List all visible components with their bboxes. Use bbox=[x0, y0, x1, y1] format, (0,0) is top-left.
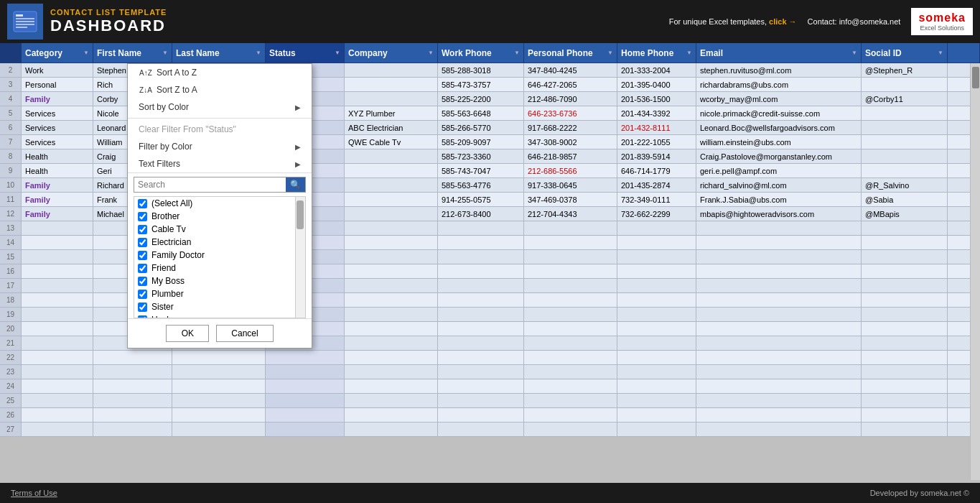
menu-item-text-filters[interactable]: Text Filters ▶ bbox=[128, 155, 312, 172]
row-number: 6 bbox=[0, 121, 22, 134]
menu-divider-1 bbox=[128, 118, 312, 119]
cell-personalphone: 917-338-0645 bbox=[524, 178, 617, 192]
cell-socialid bbox=[862, 106, 948, 120]
row-number-empty: 23 bbox=[0, 365, 22, 379]
col-header-firstname[interactable]: First Name ▼ bbox=[93, 43, 172, 63]
checklist-item[interactable]: Brother bbox=[134, 210, 305, 223]
checklist-item[interactable]: Friend bbox=[134, 262, 305, 274]
col-header-email[interactable]: Email ▼ bbox=[696, 43, 862, 63]
cell-homephone: 201-434-3392 bbox=[617, 106, 696, 120]
promo-text: For unique Excel templates, click → bbox=[669, 17, 797, 26]
cell-socialid bbox=[862, 135, 948, 149]
menu-item-sort-az[interactable]: A↑Z Sort A to Z bbox=[128, 64, 312, 81]
app-icon bbox=[7, 4, 43, 40]
col-header-category[interactable]: Category ▼ bbox=[22, 43, 93, 63]
workphone-dropdown-arrow[interactable]: ▼ bbox=[514, 50, 520, 56]
checklist-item[interactable]: (Select All) bbox=[134, 197, 305, 210]
checklist-checkbox[interactable] bbox=[138, 199, 147, 208]
checklist-checkbox[interactable] bbox=[138, 225, 147, 234]
checklist-checkbox[interactable] bbox=[138, 212, 147, 221]
personalphone-dropdown-arrow[interactable]: ▼ bbox=[607, 50, 613, 56]
col-header-lastname[interactable]: Last Name ▼ bbox=[172, 43, 266, 63]
checklist-label: Plumber bbox=[151, 289, 184, 299]
checklist-checkbox[interactable] bbox=[138, 315, 147, 319]
terms-of-use-link[interactable]: Terms of Use bbox=[11, 489, 57, 497]
cell-workphone: 585-209-9097 bbox=[438, 135, 524, 149]
cell-socialid: @Corby11 bbox=[862, 92, 948, 106]
checklist-checkbox[interactable] bbox=[138, 238, 147, 247]
menu-item-sort-za[interactable]: Z↓A Sort Z to A bbox=[128, 81, 312, 98]
cell-personalphone: 646-427-2065 bbox=[524, 78, 617, 91]
vertical-scrollbar[interactable] bbox=[970, 63, 980, 480]
cell-personalphone: 212-486-7090 bbox=[524, 92, 617, 106]
category-dropdown-arrow[interactable]: ▼ bbox=[83, 50, 89, 56]
lastname-dropdown-arrow[interactable]: ▼ bbox=[256, 50, 261, 56]
checklist-label: Friend bbox=[151, 263, 176, 273]
cell-socialid bbox=[862, 164, 948, 177]
row-number: 7 bbox=[0, 135, 22, 149]
cell-personalphone: 646-218-9857 bbox=[524, 149, 617, 163]
checklist-item[interactable]: Cable Tv bbox=[134, 223, 305, 236]
cell-company bbox=[345, 92, 438, 106]
cell-socialid bbox=[862, 149, 948, 163]
checklist-scrollbar-track[interactable] bbox=[295, 197, 305, 318]
cell-homephone: 201-536-1500 bbox=[617, 92, 696, 106]
cell-personalphone: 347-308-9002 bbox=[524, 135, 617, 149]
cell-category: Services bbox=[22, 106, 93, 120]
menu-item-sort-color[interactable]: Sort by Color ▶ bbox=[128, 98, 312, 116]
checklist-checkbox[interactable] bbox=[138, 303, 147, 312]
search-button[interactable]: 🔍 bbox=[286, 177, 305, 192]
checklist-item[interactable]: My Boss bbox=[134, 274, 305, 287]
col-header-personalphone[interactable]: Personal Phone ▼ bbox=[524, 43, 617, 63]
checklist-item[interactable]: Plumber bbox=[134, 287, 305, 300]
header: CONTACT LIST TEMPLATE DASHBOARD For uniq… bbox=[0, 0, 980, 43]
cell-personalphone: 212-704-4343 bbox=[524, 207, 617, 221]
cell-email: Frank.J.Sabia@ubs.com bbox=[696, 193, 862, 206]
cell-workphone: 212-673-8400 bbox=[438, 207, 524, 221]
svg-rect-5 bbox=[16, 27, 27, 28]
status-dropdown-menu: A↑Z Sort A to Z Z↓A Sort Z to A Sort by … bbox=[127, 63, 312, 349]
search-input[interactable] bbox=[134, 177, 286, 192]
app-title: DASHBOARD bbox=[50, 17, 167, 35]
homephone-dropdown-arrow[interactable]: ▼ bbox=[686, 50, 692, 56]
text-filters-sub-arrow: ▶ bbox=[295, 160, 301, 168]
socialid-dropdown-arrow[interactable]: ▼ bbox=[938, 50, 943, 56]
cell-workphone: 914-255-0575 bbox=[438, 193, 524, 206]
checklist-item[interactable]: Uncle bbox=[134, 313, 305, 318]
email-dropdown-arrow[interactable]: ▼ bbox=[851, 50, 857, 56]
status-dropdown-arrow[interactable]: ▼ bbox=[335, 50, 340, 56]
col-header-homephone[interactable]: Home Phone ▼ bbox=[617, 43, 696, 63]
checklist-label: My Boss bbox=[151, 276, 185, 286]
cell-category: Family bbox=[22, 178, 93, 192]
checklist-label: (Select All) bbox=[151, 198, 192, 208]
cell-personalphone: 347-840-4245 bbox=[524, 63, 617, 77]
checklist-item[interactable]: Electrician bbox=[134, 236, 305, 249]
checklist-checkbox[interactable] bbox=[138, 277, 147, 286]
company-dropdown-arrow[interactable]: ▼ bbox=[428, 50, 434, 56]
empty-row: 23 bbox=[0, 365, 980, 379]
cell-socialid: @MBapis bbox=[862, 207, 948, 221]
checklist-scrollbar-thumb[interactable] bbox=[297, 200, 304, 229]
scrollbar-thumb[interactable] bbox=[972, 67, 979, 88]
checklist-item[interactable]: Sister bbox=[134, 300, 305, 313]
checklist-item[interactable]: Family Doctor bbox=[134, 249, 305, 262]
cell-category: Personal bbox=[22, 78, 93, 91]
ok-button[interactable]: OK bbox=[166, 325, 209, 342]
col-header-status[interactable]: Status ▼ bbox=[266, 43, 345, 63]
promo-link[interactable]: click → bbox=[769, 17, 797, 26]
col-header-socialid[interactable]: Social ID ▼ bbox=[862, 43, 948, 63]
cancel-button[interactable]: Cancel bbox=[216, 325, 273, 342]
row-number-empty: 26 bbox=[0, 408, 22, 422]
checklist-checkbox[interactable] bbox=[138, 290, 147, 299]
cell-category: Work bbox=[22, 63, 93, 77]
col-header-company[interactable]: Company ▼ bbox=[345, 43, 438, 63]
cell-category: Family bbox=[22, 207, 93, 221]
cell-company bbox=[345, 193, 438, 206]
col-header-workphone[interactable]: Work Phone ▼ bbox=[438, 43, 524, 63]
checklist-checkbox[interactable] bbox=[138, 251, 147, 260]
contact-text: Contact: info@someka.net bbox=[808, 17, 901, 26]
menu-item-filter-color[interactable]: Filter by Color ▶ bbox=[128, 138, 312, 155]
firstname-dropdown-arrow[interactable]: ▼ bbox=[162, 50, 168, 56]
footer: Terms of Use Developed by someka.net © bbox=[0, 483, 980, 503]
checklist-checkbox[interactable] bbox=[138, 264, 147, 273]
